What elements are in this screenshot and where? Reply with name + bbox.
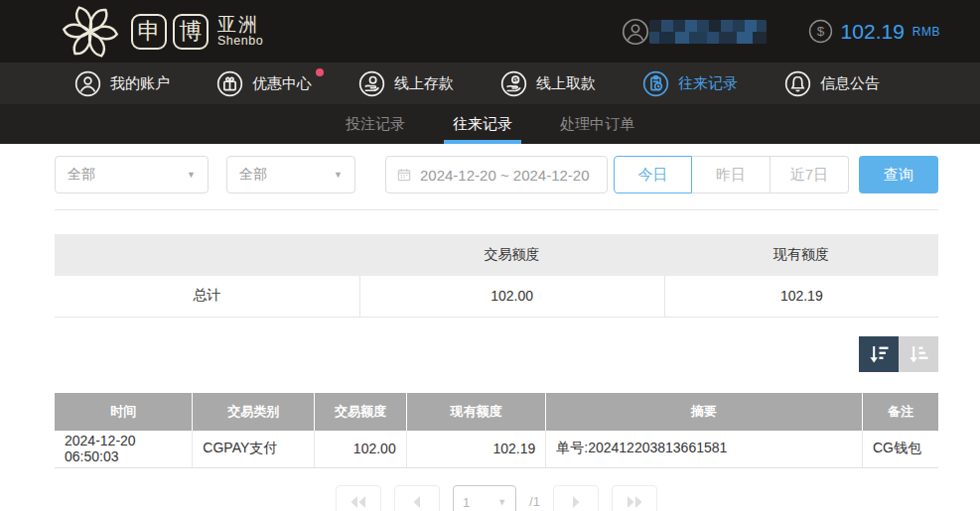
notification-dot	[316, 68, 324, 76]
col-header-type: 交易类别	[193, 393, 315, 431]
type-select[interactable]: 全部 ▼	[226, 156, 355, 193]
summary-header-amount: 交易额度	[359, 234, 664, 276]
cell-time: 2024-12-20 06:50:03	[55, 431, 193, 468]
col-header-time: 时间	[55, 393, 193, 431]
nav-item-promotions[interactable]: 优惠中心	[216, 70, 312, 97]
double-right-arrow-icon	[627, 496, 642, 508]
calendar-icon	[396, 167, 412, 183]
account-icon	[74, 70, 101, 97]
logo-char-box: 申	[131, 14, 167, 50]
nav-item-my-account[interactable]: 我的账户	[74, 70, 170, 97]
col-header-balance: 现有额度	[406, 393, 546, 431]
nav-item-announcements[interactable]: 信息公告	[784, 70, 880, 97]
cell-type: CGPAY支付	[193, 431, 315, 468]
svg-text:$: $	[816, 24, 824, 39]
balance-currency: RMB	[912, 25, 940, 39]
divider	[55, 209, 938, 210]
summary-total-amount: 102.00	[359, 276, 664, 317]
sort-ascending-button[interactable]	[899, 336, 938, 372]
nav-item-transactions[interactable]: 往来记录	[642, 70, 738, 97]
current-page: 1	[463, 495, 470, 510]
main-content: 全部 ▼ 全部 ▼ 2024-12-20 ~ 2024-12-20 今日 昨日 …	[0, 156, 980, 511]
brand-logo[interactable]: 申 博 亚洲 Shenbo	[60, 2, 263, 62]
prev-page-button[interactable]	[394, 485, 440, 511]
first-page-button[interactable]	[336, 485, 381, 511]
summary-header-empty	[55, 234, 359, 276]
col-header-note: 备注	[862, 393, 938, 431]
svg-text:$: $	[513, 75, 517, 82]
logo-wordmark: 亚洲 Shenbo	[217, 15, 263, 48]
yesterday-button[interactable]: 昨日	[692, 156, 770, 193]
nav-item-withdraw[interactable]: $ 线上取款	[500, 70, 596, 97]
date-range-input[interactable]: 2024-12-20 ~ 2024-12-20	[385, 156, 608, 193]
logo-char-box: 博	[173, 14, 209, 50]
left-arrow-icon	[409, 496, 425, 508]
summary-total-label: 总计	[55, 276, 359, 317]
withdraw-icon: $	[500, 70, 527, 97]
deposit-icon	[358, 70, 385, 97]
gift-icon	[216, 70, 243, 97]
balance-amount: 102.19	[841, 20, 905, 44]
col-header-amount: 交易额度	[315, 393, 407, 431]
user-account[interactable]	[622, 18, 767, 46]
top-header: 申 博 亚洲 Shenbo $ 102.19 RMB	[0, 0, 980, 63]
last7days-button[interactable]: 近7日	[770, 156, 849, 193]
sort-descending-button[interactable]	[859, 336, 899, 372]
col-header-summary: 摘要	[546, 393, 863, 431]
search-button[interactable]: 查询	[859, 156, 938, 193]
sort-ascending-icon	[907, 342, 930, 366]
double-left-arrow-icon	[350, 496, 366, 508]
today-button[interactable]: 今日	[614, 156, 692, 193]
summary-header-balance: 现有额度	[664, 234, 938, 276]
record-tabbar: 投注记录 往来记录 处理中订单	[0, 104, 980, 144]
flower-logo-icon	[60, 2, 121, 62]
filter-row: 全部 ▼ 全部 ▼ 2024-12-20 ~ 2024-12-20 今日 昨日 …	[55, 156, 938, 193]
total-pages: /1	[529, 485, 540, 511]
records-icon	[642, 70, 669, 97]
table-row: 2024-12-20 06:50:03 CGPAY支付 102.00 102.1…	[55, 431, 938, 468]
chevron-down-icon: ▼	[497, 497, 506, 507]
next-page-button[interactable]	[553, 485, 599, 511]
table-header-row: 时间 交易类别 交易额度 现有额度 摘要 备注	[55, 393, 938, 431]
summary-table: 交易额度 现有额度 总计 102.00 102.19	[55, 234, 938, 318]
date-range-value: 2024-12-20 ~ 2024-12-20	[420, 167, 590, 184]
transactions-table: 时间 交易类别 交易额度 现有额度 摘要 备注 2024-12-20 06:50…	[55, 393, 938, 469]
wallet-balance[interactable]: $ 102.19 RMB	[808, 19, 940, 44]
chevron-down-icon: ▼	[187, 170, 196, 180]
user-icon	[622, 18, 649, 46]
chevron-down-icon: ▼	[334, 170, 343, 180]
cell-summary: 单号:202412203813661581	[546, 431, 863, 468]
right-arrow-icon	[568, 496, 584, 508]
nav-item-deposit[interactable]: 线上存款	[358, 70, 454, 97]
summary-header-row: 交易额度 现有额度	[55, 234, 938, 276]
pagination: 1 ▼ /1	[55, 485, 938, 511]
cell-note: CG钱包	[862, 431, 938, 468]
tab-pending-orders[interactable]: 处理中订单	[551, 104, 643, 144]
bell-icon	[784, 70, 811, 97]
dollar-coin-icon: $	[808, 19, 833, 44]
sort-descending-icon	[867, 342, 891, 366]
quick-date-group: 今日 昨日 近7日	[614, 156, 849, 193]
cell-amount: 102.00	[315, 431, 407, 468]
page-select[interactable]: 1 ▼	[453, 485, 516, 511]
tab-transaction-records[interactable]: 往来记录	[444, 104, 521, 144]
tab-bet-records[interactable]: 投注记录	[337, 104, 414, 144]
category-select[interactable]: 全部 ▼	[55, 156, 209, 193]
main-navbar: 我的账户 优惠中心 线上存款 $ 线上取款	[0, 63, 980, 104]
last-page-button[interactable]	[612, 485, 657, 511]
summary-total-row: 总计 102.00 102.19	[55, 276, 938, 317]
summary-total-balance: 102.19	[664, 276, 938, 317]
cell-balance: 102.19	[406, 431, 546, 468]
sort-controls	[55, 336, 938, 372]
redacted-username	[649, 20, 767, 44]
